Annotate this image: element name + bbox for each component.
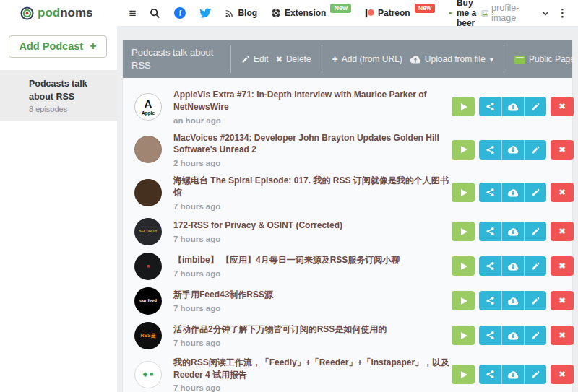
share-button[interactable]	[479, 326, 501, 345]
buy-me-a-beer-label: Buy me a beer	[457, 0, 481, 28]
episode-avatar[interactable]: A Apple	[134, 93, 162, 121]
play-icon	[461, 146, 467, 153]
share-icon	[486, 145, 495, 154]
play-button[interactable]	[452, 140, 475, 160]
menu-button[interactable]: ≡	[129, 7, 137, 19]
download-button[interactable]	[501, 365, 524, 384]
facebook-link[interactable]: f	[174, 7, 186, 19]
avatar-text: SECURITY	[139, 230, 157, 234]
upload-from-file-button[interactable]: Upload from file ▾	[406, 51, 497, 67]
share-icon	[486, 102, 495, 111]
episode-avatar[interactable]: ■	[134, 253, 162, 280]
edit-episode-button[interactable]	[524, 256, 546, 276]
share-button[interactable]	[479, 256, 501, 276]
patreon-link[interactable]: Patreon New	[365, 8, 435, 18]
play-icon	[461, 103, 467, 110]
add-podcast-button[interactable]: Add Podcast +	[9, 35, 107, 58]
play-button[interactable]	[452, 222, 475, 241]
episode-avatar[interactable]: RSS是	[134, 322, 162, 349]
play-button[interactable]	[452, 291, 475, 310]
download-button[interactable]	[501, 97, 524, 116]
blog-link[interactable]: Blog	[225, 8, 257, 18]
delete-episode-button[interactable]: ✖	[551, 326, 574, 345]
public-page-button[interactable]: Public Page	[511, 51, 578, 67]
episode-avatar[interactable]: SECURITY	[134, 218, 162, 245]
download-button[interactable]	[501, 222, 524, 241]
edit-podcast-button[interactable]: Edit	[238, 51, 272, 67]
episode-row: A Apple AppleVis Extra #71: In-Depth Int…	[123, 85, 572, 129]
nav-items: ≡ f	[129, 0, 481, 28]
play-button[interactable]	[452, 183, 475, 202]
edit-episode-button[interactable]	[524, 291, 546, 310]
delete-podcast-button[interactable]: ✖ Delete	[272, 51, 315, 67]
episode-row: SECURITY 172-RSS for Privacy & OSINT (Co…	[123, 214, 572, 249]
share-button[interactable]	[479, 97, 501, 116]
download-button[interactable]	[501, 183, 524, 202]
share-button[interactable]	[479, 140, 501, 160]
cloud-download-icon	[507, 145, 519, 154]
more-options-button[interactable]: ⋮	[557, 6, 568, 19]
profile-dropdown-button[interactable]	[542, 10, 549, 17]
episode-title[interactable]: 【imbibe】 【应用】4月每日一词来源及RSS服务订阅小聊	[173, 254, 452, 266]
buy-me-a-beer-link[interactable]: Buy me a beer	[449, 0, 480, 28]
profile-menu[interactable]: profile-image	[481, 3, 534, 23]
episode-avatar[interactable]: our feed	[134, 287, 162, 315]
pencil-icon	[531, 188, 540, 197]
extension-new-badge: New	[330, 4, 351, 13]
download-button[interactable]	[501, 256, 524, 276]
edit-episode-button[interactable]	[524, 326, 546, 345]
episode-button-group	[479, 291, 546, 310]
search-button[interactable]	[150, 8, 160, 19]
episode-row: ◆ ■ 我的RSS阅读工作流，「Feedly」+「Reeder」+「Instap…	[123, 353, 572, 392]
play-button[interactable]	[452, 256, 475, 276]
episode-avatar[interactable]	[134, 136, 162, 163]
delete-episode-button[interactable]: ✖	[551, 291, 574, 310]
twitter-link[interactable]	[199, 8, 211, 18]
edit-episode-button[interactable]	[524, 222, 546, 241]
episode-actions: ✖	[452, 140, 574, 160]
extension-link[interactable]: Extension New	[271, 8, 351, 18]
sidebar-item-podcast[interactable]: Podcasts talk about RSS 8 episodes	[0, 70, 117, 121]
share-button[interactable]	[479, 222, 501, 241]
episode-title[interactable]: 新手用Feed43制作RSS源	[173, 289, 452, 301]
delete-episode-button[interactable]: ✖	[551, 140, 574, 160]
play-button[interactable]	[452, 97, 475, 116]
play-button[interactable]	[452, 326, 475, 345]
delete-episode-button[interactable]: ✖	[551, 183, 574, 202]
delete-episode-button[interactable]: ✖	[551, 365, 574, 384]
episode-title[interactable]: MacVoices #20134: Developer John Brayton…	[173, 132, 452, 157]
episode-title[interactable]: 海螺电台 The Spiral Episode: 017. 我的 RSS 订阅就…	[173, 175, 452, 199]
episode-title[interactable]: 活动作品2分钟了解下万物皆可订阅的RSS是如何使用的	[173, 323, 452, 336]
share-button[interactable]	[479, 291, 501, 310]
play-button[interactable]	[452, 365, 475, 384]
episode-title[interactable]: AppleVis Extra #71: In-Depth Interview w…	[173, 89, 452, 113]
download-button[interactable]	[501, 140, 524, 160]
download-button[interactable]	[501, 326, 524, 345]
beer-icon	[449, 8, 453, 18]
play-icon	[461, 189, 467, 196]
edit-episode-button[interactable]	[524, 365, 546, 384]
delete-episode-button[interactable]: ✖	[551, 256, 574, 276]
plus-icon: +	[332, 53, 338, 65]
pencil-icon	[531, 370, 540, 379]
edit-episode-button[interactable]	[524, 140, 546, 160]
download-button[interactable]	[501, 291, 524, 310]
facebook-icon: f	[174, 7, 186, 19]
edit-episode-button[interactable]	[524, 97, 546, 116]
x-icon: ✖	[558, 297, 565, 305]
delete-label: Delete	[286, 54, 311, 64]
episode-title[interactable]: 我的RSS阅读工作流，「Feedly」+「Reeder」+「Instapaper…	[173, 357, 452, 381]
brand-pod: pod	[38, 6, 60, 19]
share-button[interactable]	[479, 183, 501, 202]
add-from-url-button[interactable]: + Add (from URL)	[329, 51, 406, 68]
search-icon	[150, 8, 160, 19]
pencil-icon	[531, 102, 540, 111]
delete-episode-button[interactable]: ✖	[551, 222, 574, 241]
brand-logo[interactable]: podnoms	[20, 6, 93, 20]
episode-avatar[interactable]	[134, 179, 162, 206]
delete-episode-button[interactable]: ✖	[551, 97, 574, 116]
episode-avatar[interactable]: ◆ ■	[134, 361, 162, 388]
edit-episode-button[interactable]	[524, 183, 546, 202]
share-button[interactable]	[479, 365, 501, 384]
episode-title[interactable]: 172-RSS for Privacy & OSINT (Corrected)	[173, 219, 452, 232]
